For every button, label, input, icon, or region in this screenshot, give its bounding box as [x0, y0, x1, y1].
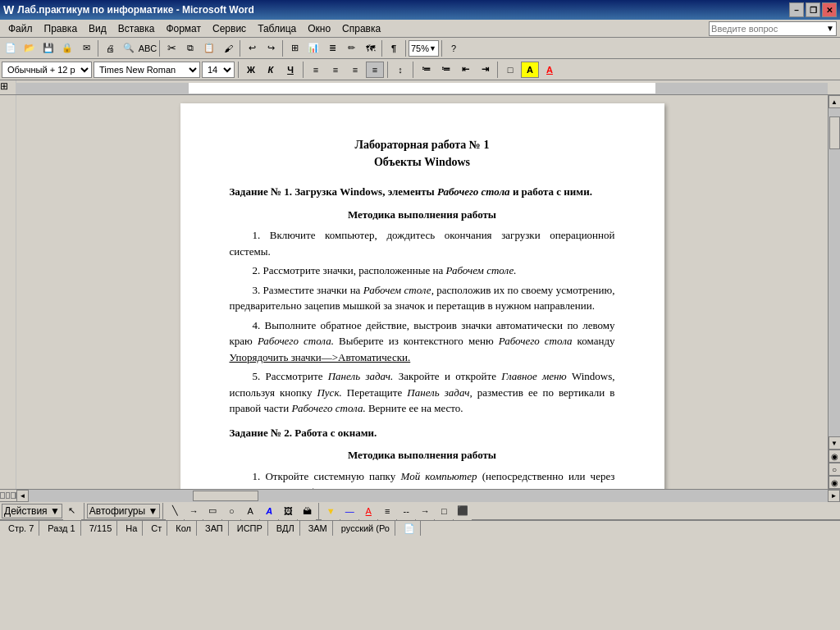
show-hide-button[interactable]: ¶: [385, 39, 403, 57]
restore-button[interactable]: ❐: [806, 2, 820, 17]
undo-button[interactable]: ↩: [243, 39, 261, 57]
bullets-button[interactable]: ≔: [417, 62, 435, 78]
menu-view[interactable]: Вид: [84, 21, 112, 36]
underline-button[interactable]: Ч: [281, 62, 299, 78]
open-button[interactable]: 📂: [21, 39, 39, 57]
hscroll-thumb[interactable]: [193, 491, 258, 501]
font-color-draw-button[interactable]: A: [359, 502, 377, 520]
zoom-dropdown-icon[interactable]: ▼: [429, 44, 436, 52]
align-right-button[interactable]: ≡: [346, 62, 364, 78]
fmt-separator-1: [238, 62, 239, 78]
menu-format[interactable]: Формат: [161, 21, 206, 36]
status-page: Стр. 7: [3, 521, 39, 536]
browse-next-button[interactable]: ◉: [829, 476, 841, 489]
align-left-button[interactable]: ≡: [307, 62, 325, 78]
ruler: ⊞: [0, 80, 840, 95]
document-map-button[interactable]: 🗺: [361, 39, 379, 57]
numbering-button[interactable]: ≔: [436, 62, 454, 78]
para-5: 5. Рассмотрите Панель задач. Закройте и …: [230, 368, 615, 417]
bold-button[interactable]: Ж: [242, 62, 260, 78]
textbox-button[interactable]: A: [241, 502, 259, 520]
para-2: 2. Рассмотрите значки, расположенные на …: [230, 262, 615, 279]
browse-button[interactable]: ○: [829, 463, 841, 476]
border-button[interactable]: □: [501, 62, 519, 78]
status-zam-text: ЗАМ: [308, 523, 327, 533]
columns-button[interactable]: ≣: [323, 39, 341, 57]
autoshapes-button[interactable]: Автофигуры ▼: [87, 504, 160, 518]
spellcheck-button[interactable]: ABC: [139, 39, 157, 57]
fill-color-button[interactable]: ▼: [322, 502, 340, 520]
normal-view-button[interactable]: [0, 492, 5, 499]
para-4: 4. Выполните обратное действие, выстроив…: [230, 317, 615, 366]
para-5-italic5: Рабочего стола.: [291, 402, 365, 414]
picture-button[interactable]: 🏔: [298, 502, 316, 520]
cut-button[interactable]: ✂: [162, 39, 180, 57]
align-center-button[interactable]: ≡: [326, 62, 345, 78]
font-size-selector[interactable]: 14: [202, 62, 235, 78]
save-button[interactable]: 💾: [39, 39, 57, 57]
style-selector[interactable]: Обычный + 12 р ▼: [2, 62, 92, 78]
fmt-separator-4: [413, 62, 413, 78]
search-input[interactable]: [711, 24, 826, 34]
oval-button[interactable]: ○: [222, 502, 240, 520]
outline-view-button[interactable]: [11, 492, 16, 499]
permission-button[interactable]: 🔒: [58, 39, 76, 57]
rect-button[interactable]: ▭: [203, 502, 221, 520]
browse-prev-button[interactable]: ◉: [829, 450, 841, 463]
increase-indent-button[interactable]: ⇥: [476, 62, 494, 78]
menu-edit[interactable]: Правка: [39, 21, 83, 36]
menu-insert[interactable]: Вставка: [113, 21, 160, 36]
redo-button[interactable]: ↪: [262, 39, 280, 57]
layout-view-button[interactable]: [6, 492, 11, 499]
line-spacing-button[interactable]: ↕: [391, 62, 409, 78]
status-col: Кол: [171, 521, 197, 536]
menu-help[interactable]: Справка: [337, 21, 386, 36]
document-page: Лабораторная работа № 1 Объекты Windows …: [180, 103, 664, 489]
actions-button[interactable]: Действия ▼: [2, 504, 62, 518]
toolbar-separator-3: [240, 40, 240, 57]
arrow-button[interactable]: →: [185, 502, 203, 520]
dash-style-button[interactable]: --: [397, 502, 415, 520]
doc-icon: 📄: [404, 523, 415, 534]
insert-table-button[interactable]: ⊞: [285, 39, 304, 57]
wordart-button[interactable]: A: [260, 502, 278, 520]
insert-excel-button[interactable]: 📊: [304, 39, 322, 57]
decrease-indent-button[interactable]: ⇤: [456, 62, 474, 78]
clipart-button[interactable]: 🖼: [279, 502, 297, 520]
font-selector[interactable]: Times New Roman: [94, 62, 200, 78]
select-button[interactable]: ↖: [63, 502, 81, 520]
drawing-button[interactable]: ✏: [342, 39, 360, 57]
help-button[interactable]: ?: [445, 39, 463, 57]
para-5-italic3: Пуск.: [317, 386, 341, 399]
menu-window[interactable]: Окно: [303, 21, 336, 36]
highlight-button[interactable]: A: [521, 62, 539, 78]
italic-button[interactable]: К: [262, 62, 280, 78]
minimize-button[interactable]: –: [789, 2, 804, 17]
search-dropdown-icon[interactable]: ▼: [826, 24, 834, 33]
method-heading-2: Методика выполнения работы: [230, 447, 615, 463]
paste-button[interactable]: 📋: [200, 39, 218, 57]
copy-button[interactable]: ⧉: [181, 39, 199, 57]
hscroll-left-button[interactable]: ◄: [16, 490, 29, 502]
email-button[interactable]: ✉: [77, 39, 95, 57]
scroll-thumb[interactable]: [829, 116, 840, 149]
format-painter-button[interactable]: 🖌: [219, 39, 237, 57]
shadow-button[interactable]: □: [435, 502, 453, 520]
scroll-up-button[interactable]: ▲: [829, 95, 841, 108]
menu-file[interactable]: Файл: [3, 21, 38, 36]
new-button[interactable]: 📄: [2, 39, 20, 57]
hscroll-right-button[interactable]: ►: [828, 490, 840, 502]
close-button[interactable]: ✕: [822, 2, 837, 17]
preview-button[interactable]: 🔍: [120, 39, 138, 57]
line-style-button[interactable]: ≡: [378, 502, 396, 520]
print-button[interactable]: 🖨: [101, 39, 119, 57]
line-color-button[interactable]: —: [340, 502, 358, 520]
menu-service[interactable]: Сервис: [208, 21, 251, 36]
line-button[interactable]: ╲: [166, 502, 184, 520]
arrow-style-button[interactable]: →: [416, 502, 434, 520]
align-justify-button[interactable]: ≡: [366, 62, 384, 78]
3d-button[interactable]: ⬛: [454, 502, 472, 520]
menu-table[interactable]: Таблица: [253, 21, 301, 36]
scroll-down-button[interactable]: ▼: [829, 436, 841, 450]
font-color-button[interactable]: A: [541, 62, 559, 78]
